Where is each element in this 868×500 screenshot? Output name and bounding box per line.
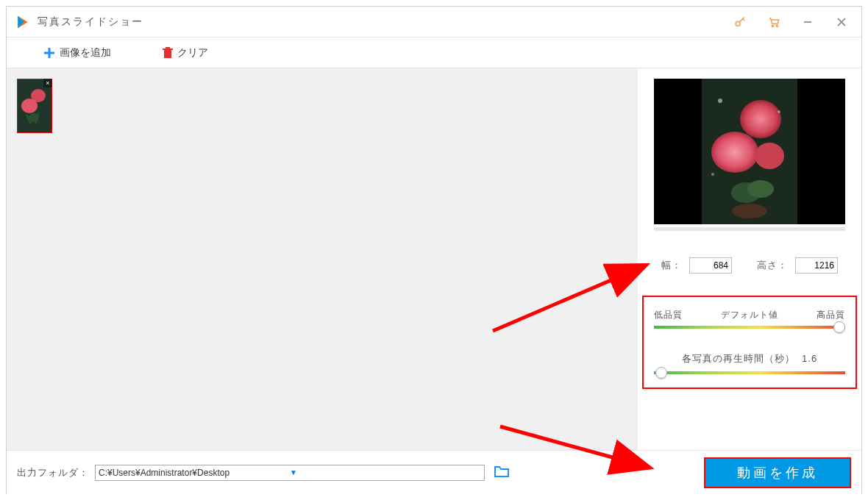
output-folder-input[interactable]: C:¥Users¥Administrator¥Desktop ▼ <box>95 465 485 481</box>
width-label: 幅： <box>661 259 682 272</box>
quality-low-label: 低品質 <box>654 309 683 321</box>
minimize-button[interactable] <box>791 7 825 37</box>
folder-icon <box>494 465 510 478</box>
svg-point-23 <box>778 110 780 113</box>
svg-point-1 <box>772 25 773 26</box>
width-input[interactable] <box>689 257 732 274</box>
duration-label: 各写真の再生時間（秒） <box>682 353 795 364</box>
svg-point-21 <box>732 204 767 218</box>
preview-area <box>654 79 845 224</box>
thumbnail-item[interactable]: × <box>17 79 52 133</box>
dropdown-icon[interactable]: ▼ <box>290 468 481 476</box>
create-video-button[interactable]: 動画を作成 <box>704 457 851 488</box>
svg-point-2 <box>776 25 778 26</box>
duration-slider[interactable] <box>654 371 845 376</box>
quality-labels: 低品質 デフォルト値 高品質 <box>654 309 845 321</box>
clear-label: クリア <box>177 46 208 60</box>
quality-high-label: 高品質 <box>817 309 845 321</box>
svg-rect-9 <box>163 49 173 50</box>
close-button[interactable] <box>825 7 858 37</box>
preview-progress[interactable] <box>654 227 845 231</box>
create-video-label: 動画を作成 <box>737 464 818 482</box>
toolbar: 画像を追加 クリア <box>7 38 861 68</box>
highlighted-settings: 低品質 デフォルト値 高品質 各写真の再生時間（秒） 1.6 <box>642 296 857 389</box>
duration-value: 1.6 <box>802 353 817 364</box>
svg-point-17 <box>747 180 774 198</box>
settings-panel: 幅： 高さ： 低品質 デフォルト値 高品質 各写真の再生時間（秒） 1.6 <box>638 68 861 450</box>
output-folder-label: 出力フォルダ： <box>17 466 89 479</box>
content-area: × <box>7 68 861 450</box>
cart-icon[interactable] <box>757 7 791 37</box>
svg-point-0 <box>736 21 740 26</box>
svg-point-22 <box>718 99 722 103</box>
svg-point-19 <box>711 132 758 173</box>
svg-point-18 <box>740 100 781 138</box>
dimensions-row: 幅： 高さ： <box>648 257 851 274</box>
duration-row: 各写真の再生時間（秒） 1.6 <box>654 352 845 365</box>
svg-point-13 <box>21 99 38 113</box>
clear-button[interactable]: クリア <box>163 46 208 60</box>
quality-slider[interactable] <box>654 326 845 330</box>
preview-image <box>702 79 797 224</box>
duration-slider-handle[interactable] <box>655 367 667 379</box>
thumbnail-remove-icon[interactable]: × <box>43 79 52 88</box>
output-folder-path: C:¥Users¥Administrator¥Desktop <box>99 468 290 478</box>
quality-slider-handle[interactable] <box>833 321 845 333</box>
app-window: 写真スライドショー 画像を追加 クリア <box>6 6 862 494</box>
add-image-button[interactable]: 画像を追加 <box>43 46 111 60</box>
app-logo-icon <box>15 15 30 29</box>
svg-point-20 <box>755 143 784 169</box>
footer: 出力フォルダ： C:¥Users¥Administrator¥Desktop ▼… <box>7 450 861 494</box>
titlebar: 写真スライドショー <box>7 7 861 38</box>
height-input[interactable] <box>795 257 838 274</box>
trash-icon <box>163 47 173 59</box>
browse-folder-button[interactable] <box>494 465 510 481</box>
height-label: 高さ： <box>757 259 788 272</box>
quality-default-label: デフォルト値 <box>721 309 778 321</box>
svg-rect-10 <box>166 47 170 49</box>
window-title: 写真スライドショー <box>38 15 723 29</box>
key-icon[interactable] <box>723 7 757 37</box>
add-image-label: 画像を追加 <box>60 46 111 60</box>
svg-point-24 <box>711 173 714 176</box>
thumbnail-panel: × <box>7 68 638 450</box>
svg-rect-8 <box>164 50 171 58</box>
plus-icon <box>43 47 55 59</box>
